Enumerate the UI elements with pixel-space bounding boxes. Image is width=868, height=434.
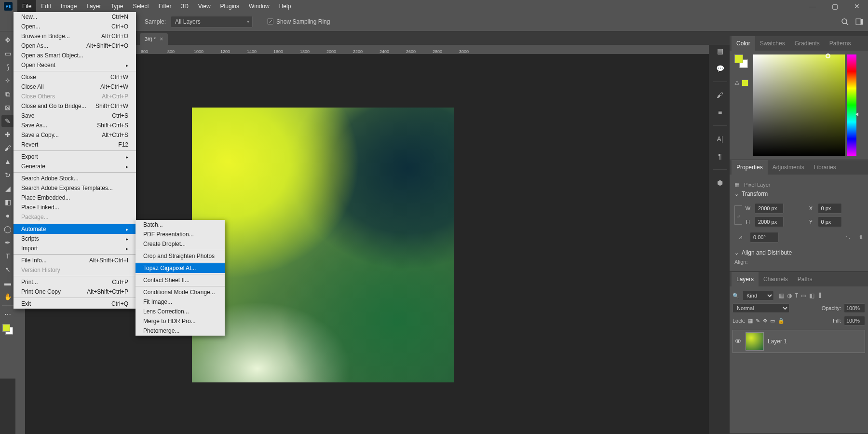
menu-item[interactable]: Topaz Gigapixel AI... bbox=[136, 263, 225, 273]
comments-icon[interactable]: 💬 bbox=[714, 62, 726, 75]
document-tab[interactable]: 3#) *× bbox=[140, 33, 168, 45]
transform-section[interactable]: Transform bbox=[734, 190, 863, 197]
layer-name[interactable]: Layer 1 bbox=[768, 338, 787, 345]
hand-tool[interactable]: ✋ bbox=[1, 291, 14, 302]
adjust-filter-icon[interactable]: ◑ bbox=[787, 292, 792, 299]
tab-adjustments[interactable]: Adjustments bbox=[768, 160, 809, 175]
menu-item[interactable]: Conditional Mode Change... bbox=[136, 287, 225, 297]
sample-select[interactable]: All Layers bbox=[171, 16, 253, 27]
lock-all-icon[interactable]: 🔒 bbox=[778, 318, 785, 324]
hue-slider[interactable] bbox=[847, 54, 856, 156]
tab-layers[interactable]: Layers bbox=[732, 272, 759, 286]
frame-tool[interactable]: ⊠ bbox=[1, 102, 14, 113]
workspace-icon[interactable] bbox=[855, 18, 863, 26]
flip-h-icon[interactable]: ⇋ bbox=[846, 234, 850, 241]
menu-item[interactable]: Close AllAlt+Ctrl+W bbox=[14, 82, 136, 92]
align-section[interactable]: Align and Distribute bbox=[734, 249, 863, 256]
tab-paths[interactable]: Paths bbox=[793, 272, 817, 286]
path-tool[interactable]: ↖ bbox=[1, 264, 14, 275]
menu-item[interactable]: Merge to HDR Pro... bbox=[136, 316, 225, 326]
opacity-input[interactable]: 100% bbox=[844, 303, 865, 313]
menu-item[interactable]: New...Ctrl+N bbox=[14, 12, 136, 22]
menu-window[interactable]: Window bbox=[244, 0, 274, 13]
tab-libraries[interactable]: Libraries bbox=[809, 160, 841, 175]
menu-plugins[interactable]: Plugins bbox=[216, 0, 244, 13]
menu-item[interactable]: Browse in Bridge...Alt+Ctrl+O bbox=[14, 31, 136, 41]
layer-row[interactable]: 👁 Layer 1 bbox=[732, 330, 865, 353]
history-brush-tool[interactable]: ↻ bbox=[1, 169, 14, 181]
menu-item[interactable]: Open...Ctrl+O bbox=[14, 22, 136, 31]
tab-color[interactable]: Color bbox=[732, 36, 755, 51]
menu-item[interactable]: Generate▸ bbox=[14, 162, 136, 171]
gradient-tool[interactable]: ◧ bbox=[1, 196, 14, 208]
smart-filter-icon[interactable]: ◧ bbox=[809, 292, 814, 299]
lock-nest-icon[interactable]: ▭ bbox=[770, 318, 775, 324]
flip-v-icon[interactable]: ⥮ bbox=[859, 234, 863, 241]
menu-3d[interactable]: 3D bbox=[176, 0, 193, 13]
menu-item[interactable]: Crop and Straighten Photos bbox=[136, 251, 225, 261]
move-tool[interactable]: ✥ bbox=[1, 34, 14, 46]
more-tools[interactable]: ⋯ bbox=[1, 309, 14, 320]
menu-item[interactable]: PDF Presentation... bbox=[136, 230, 225, 239]
show-sampling-ring-checkbox[interactable]: ✓Show Sampling Ring bbox=[267, 18, 330, 25]
visibility-icon[interactable]: 👁 bbox=[735, 338, 742, 345]
menu-item[interactable]: Print One CopyAlt+Shift+Ctrl+P bbox=[14, 287, 136, 297]
shape-filter-icon[interactable]: ▭ bbox=[801, 292, 806, 299]
y-input[interactable]: 0 px bbox=[818, 217, 842, 227]
menu-file[interactable]: File bbox=[17, 0, 36, 13]
menu-layer[interactable]: Layer bbox=[81, 0, 106, 13]
gamut-warning[interactable]: ⚠ bbox=[734, 80, 748, 86]
eyedropper-tool[interactable]: ✎ bbox=[1, 115, 14, 127]
menu-image[interactable]: Image bbox=[56, 0, 81, 13]
wand-tool[interactable]: ✧ bbox=[1, 75, 14, 86]
menu-item[interactable]: Contact Sheet II... bbox=[136, 275, 225, 285]
eraser-tool[interactable]: ◢ bbox=[1, 183, 14, 194]
fg-bg-swatch[interactable] bbox=[734, 54, 745, 65]
menu-item[interactable]: CloseCtrl+W bbox=[14, 72, 136, 82]
menu-item[interactable]: Automate▸ bbox=[14, 224, 136, 234]
menu-item[interactable]: Search Adobe Stock... bbox=[14, 174, 136, 183]
crop-tool[interactable]: ⧉ bbox=[1, 88, 14, 100]
tab-swatches[interactable]: Swatches bbox=[755, 36, 790, 51]
layer-thumbnail[interactable] bbox=[746, 332, 764, 351]
pen-tool[interactable]: ✒ bbox=[1, 237, 14, 248]
menu-select[interactable]: Select bbox=[128, 0, 153, 13]
link-wh-icon[interactable]: ⟓ bbox=[734, 205, 742, 225]
stamp-tool[interactable]: ▲ bbox=[1, 156, 14, 167]
minimize-button[interactable]: — bbox=[801, 0, 824, 12]
menu-item[interactable]: Scripts▸ bbox=[14, 234, 136, 244]
menu-edit[interactable]: Edit bbox=[36, 0, 56, 13]
menu-item[interactable]: RevertF12 bbox=[14, 140, 136, 149]
tab-channels[interactable]: Channels bbox=[759, 272, 793, 286]
lock-position-icon[interactable]: ✎ bbox=[756, 318, 760, 324]
menu-item[interactable]: Create Droplet... bbox=[136, 239, 225, 249]
pixel-filter-icon[interactable]: ▦ bbox=[779, 292, 784, 299]
search-icon[interactable] bbox=[841, 18, 849, 26]
menu-item[interactable]: Batch... bbox=[136, 220, 225, 230]
toggle-filter-icon[interactable]: ⏽ bbox=[817, 292, 823, 299]
tab-patterns[interactable]: Patterns bbox=[825, 36, 856, 51]
brush-tool[interactable]: 🖌 bbox=[1, 142, 14, 154]
menu-item[interactable]: Place Embedded... bbox=[14, 193, 136, 203]
menu-item[interactable]: Close and Go to Bridge...Shift+Ctrl+W bbox=[14, 101, 136, 111]
3d-icon[interactable]: ⬢ bbox=[714, 176, 726, 189]
width-input[interactable]: 2000 px bbox=[755, 203, 784, 214]
height-input[interactable]: 2000 px bbox=[755, 217, 784, 227]
learn-icon[interactable]: ▤ bbox=[714, 45, 726, 57]
menu-item[interactable]: Search Adobe Express Templates... bbox=[14, 183, 136, 193]
kind-filter[interactable]: Kind bbox=[742, 291, 774, 300]
menu-item[interactable]: Open as Smart Object... bbox=[14, 51, 136, 60]
brush-settings-icon[interactable]: 🖌 bbox=[714, 89, 726, 101]
menu-view[interactable]: View bbox=[193, 0, 216, 13]
shape-tool[interactable]: ▬ bbox=[1, 277, 14, 289]
menu-item[interactable]: ExitCtrl+Q bbox=[14, 299, 136, 309]
paragraph-icon[interactable]: ¶ bbox=[714, 150, 726, 163]
menu-item[interactable]: File Info...Alt+Shift+Ctrl+I bbox=[14, 256, 136, 265]
maximize-button[interactable]: ▢ bbox=[824, 0, 846, 12]
x-input[interactable]: 0 px bbox=[818, 203, 842, 214]
menu-item[interactable]: SaveCtrl+S bbox=[14, 111, 136, 121]
healing-tool[interactable]: ✚ bbox=[1, 129, 14, 140]
dodge-tool[interactable]: ◯ bbox=[1, 223, 14, 235]
lock-pixels-icon[interactable]: ▦ bbox=[748, 318, 753, 324]
menu-help[interactable]: Help bbox=[274, 0, 296, 13]
